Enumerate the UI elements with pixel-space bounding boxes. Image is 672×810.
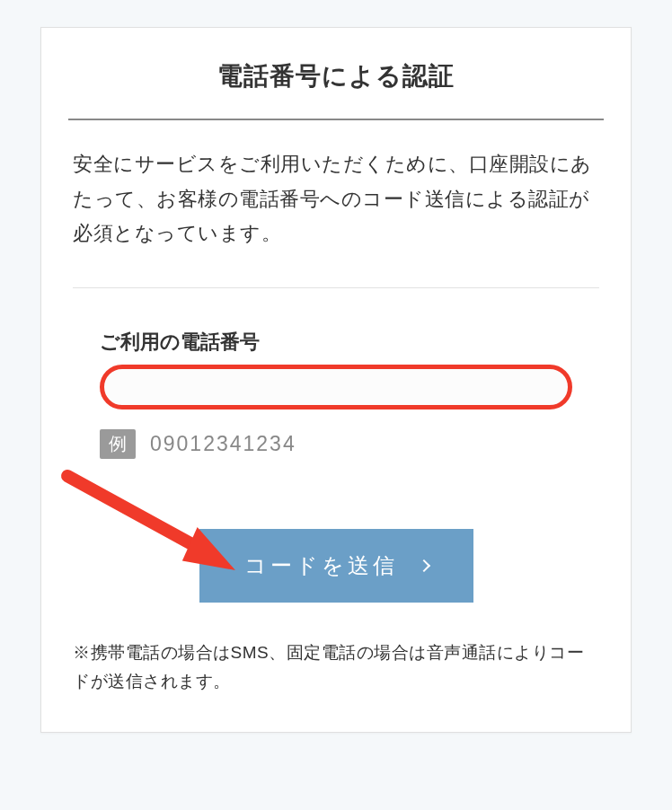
card-body: 安全にサービスをご利用いただくために、口座開設にあたって、お客様の電話番号へのコ… bbox=[41, 120, 631, 732]
phone-verification-card: 電話番号による認証 安全にサービスをご利用いただくために、口座開設にあたって、お… bbox=[40, 27, 632, 733]
footer-note: ※携帯電話の場合はSMS、固定電話の場合は音声通話によりコードが送信されます。 bbox=[73, 638, 599, 697]
example-badge: 例 bbox=[100, 429, 136, 459]
description-text: 安全にサービスをご利用いただくために、口座開設にあたって、お客様の電話番号へのコ… bbox=[73, 147, 599, 251]
phone-label: ご利用の電話番号 bbox=[100, 329, 572, 356]
card-title: 電話番号による認証 bbox=[68, 28, 604, 120]
example-text: 09012341234 bbox=[150, 432, 296, 456]
button-container: コードを送信 bbox=[100, 529, 572, 603]
phone-form-group: ご利用の電話番号 例 09012341234 コードを送信 bbox=[73, 287, 599, 603]
phone-input[interactable] bbox=[100, 365, 572, 409]
send-code-button[interactable]: コードを送信 bbox=[199, 529, 473, 603]
send-button-label: コードを送信 bbox=[244, 551, 398, 580]
chevron-right-icon bbox=[417, 559, 429, 571]
example-row: 例 09012341234 bbox=[100, 429, 572, 459]
